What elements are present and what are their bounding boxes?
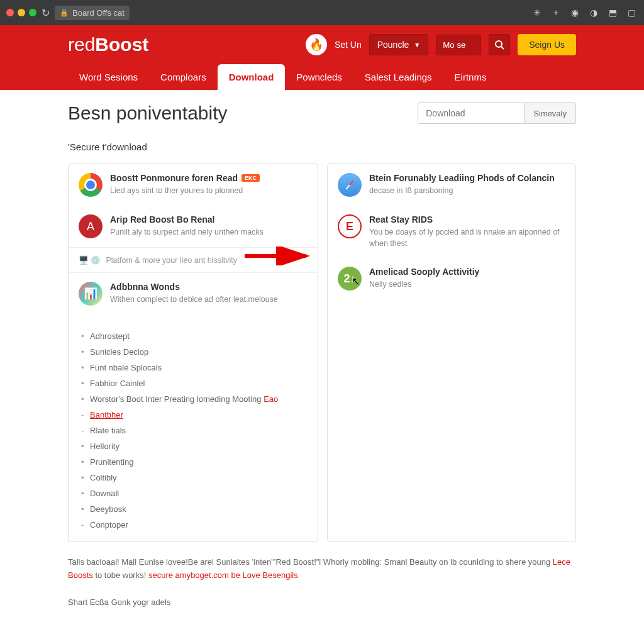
feature-desc-r2: You be doays of ly pocled and is nnake a… (369, 227, 565, 249)
dropdown-label: Pouncle (377, 40, 409, 50)
footer-link-2[interactable]: secure amyboget.com be (148, 570, 240, 580)
nav-tab-download[interactable]: Download (218, 64, 286, 90)
extensions-icon[interactable]: ✳ (531, 6, 543, 19)
chevron-down-icon: ▼ (414, 42, 420, 48)
feature-title-r2: Reat Stay RIDS (369, 214, 565, 225)
nav-tab-comploars[interactable]: Comploars (149, 64, 218, 90)
arrow-indicator-3 (245, 247, 314, 265)
category-dropdown[interactable]: Pouncle ▼ (369, 34, 429, 55)
feature-desc-3: Withen complect to deblce ad ofter leat.… (110, 294, 308, 306)
left-card: Boostt Ponmonure foren Read EKC Lied ays… (68, 164, 318, 542)
svg-line-1 (501, 47, 504, 49)
feature-title-2: Arip Red Boost Bo Renal (110, 214, 308, 225)
cursor-icon: ↖ (352, 275, 360, 287)
nav-tab-powncleds[interactable]: Powncleds (285, 64, 353, 90)
reload-button[interactable]: ↻ (42, 7, 50, 19)
footer-link-3[interactable]: Love Besengils (243, 570, 298, 580)
secure-download-text: 'Secure t'download (68, 142, 576, 152)
feature-amelicad-sooply[interactable]: 2↓ Amelicad Sooply Acttivitiy Nelly sedl… (328, 258, 575, 299)
feature-desc-r3: Nelly sedles (369, 279, 565, 291)
list-item[interactable]: Bantbher (81, 407, 305, 423)
feature-reat-stay-rids[interactable]: E Reat Stay RIDS You be doays of ly pocl… (328, 206, 575, 258)
feature-desc-1: Lied ays sint to ther youres to plonned (110, 186, 308, 197)
new-tab-icon[interactable]: + (550, 6, 562, 19)
nav-tab-salest-leadings[interactable]: Salest Leadings (353, 64, 443, 90)
list-item[interactable]: Deeybosk (81, 501, 305, 517)
header-search-box (436, 35, 481, 55)
adobe-icon: A (79, 214, 103, 238)
chart-icon: 📊 (79, 282, 103, 306)
page-search-button[interactable]: Simevaly (525, 103, 576, 124)
logo[interactable]: redBoost (68, 34, 148, 55)
nav-tab-eirtnms[interactable]: Eirtnms (443, 64, 498, 90)
hot-badge: EKC (242, 174, 260, 182)
platform-row: 🖥️ 💿 Platfom & more your lieo ant hissit… (69, 247, 318, 273)
lock-icon: 🔒 (60, 9, 69, 17)
page-body: Besn poniventabity Simevaly 'Secure t'do… (0, 90, 644, 632)
list-item[interactable]: Coltibly (81, 470, 305, 486)
footer-share: Shart Ecßa Gonk yogr adels (68, 597, 576, 607)
list-item[interactable]: Prunitenting (81, 454, 305, 470)
set-un-link[interactable]: Set Un (335, 40, 362, 50)
safari-icon (338, 173, 362, 197)
url-bar[interactable]: 🔒 Board Offs cat (55, 6, 130, 20)
window-icon[interactable]: ▢ (625, 6, 638, 19)
feature-title-r3: Amelicad Sooply Acttivitiy (369, 267, 565, 277)
header-search-button[interactable] (489, 34, 510, 55)
page-title: Besn poniventabity (68, 103, 228, 124)
feature-title-r1: Btein Forunably Leadiing Phods of Colanc… (369, 173, 565, 183)
right-card: Btein Forunably Leadiing Phods of Colanc… (327, 164, 576, 542)
list-section: Adhrostept Sunicles Declop Funt nbale Sp… (69, 314, 318, 541)
feature-desc-2: Punilt aly to surpect anld nely unthen m… (110, 227, 308, 238)
chrome-toolbar-right: ✳ + ◉ ◑ ⬒ ▢ (531, 6, 638, 19)
feature-boost-ponmonure[interactable]: Boostt Ponmonure foren Read EKC Lied ays… (69, 164, 318, 206)
nav-tab-word-sesions[interactable]: Word Sesions (68, 64, 149, 90)
chrome-icon (79, 173, 103, 197)
feature-title-1: Boostt Ponmonure foren Read (110, 173, 238, 183)
list-item[interactable]: Sunicles Declop (81, 344, 305, 360)
avatar[interactable]: 🔥 (306, 34, 327, 55)
feature-btein-forunably[interactable]: Btein Forunably Leadiing Phods of Colanc… (328, 164, 575, 206)
signup-button[interactable]: Seign Us (518, 34, 576, 55)
page-search-input[interactable] (418, 103, 525, 124)
logo-boost: Boost (95, 34, 148, 55)
close-window-button[interactable] (6, 9, 14, 16)
list-item[interactable]: Hellority (81, 438, 305, 454)
header-search-input[interactable] (443, 40, 474, 50)
list-item[interactable]: Fabhior Cainlel (81, 375, 305, 391)
feature-title-3: Adbbnna Wonds (110, 282, 308, 292)
help-icon[interactable]: ◑ (587, 6, 600, 19)
browser-chrome: ↻ 🔒 Board Offs cat ✳ + ◉ ◑ ⬒ ▢ (0, 0, 644, 25)
feature-desc-r1: decase in Iß parsboning (369, 186, 565, 197)
platform-text: Platfom & more your lieo ant hissitvity (106, 256, 236, 265)
list-item[interactable]: Adhrostept (81, 328, 305, 344)
feature-arip-red-boost[interactable]: A Arip Red Boost Bo Renal Punilt aly to … (69, 206, 318, 247)
url-text: Board Offs cat (72, 8, 125, 18)
logo-red: red (68, 34, 95, 55)
list-item[interactable]: Funt nbale Splocals (81, 360, 305, 375)
feature-adbbnna-wonds[interactable]: 📊 Adbbnna Wonds Withen complect to deblc… (69, 273, 318, 314)
list-item[interactable]: Worstor's Boot Inter Preating lomeding M… (81, 391, 305, 407)
site-header: redBoost 🔥 Set Un Pouncle ▼ Seign Us Wor… (0, 25, 644, 90)
footer-text: Talls bacloaal! Mall Eunlse lovee!Be are… (68, 556, 576, 582)
platform-icons: 🖥️ 💿 (79, 255, 101, 265)
list-item[interactable]: Rlate tials (81, 423, 305, 438)
minimize-window-button[interactable] (18, 9, 25, 16)
e-icon: E (338, 214, 362, 238)
nav-tabs: Word Sesions Comploars Download Powncled… (0, 64, 644, 90)
svg-point-0 (496, 41, 502, 47)
traffic-lights (6, 9, 36, 16)
maximize-window-button[interactable] (29, 9, 36, 16)
profile-icon[interactable]: ◉ (569, 6, 581, 19)
list-item[interactable]: Downall (81, 486, 305, 501)
download-icon[interactable]: ⬒ (606, 6, 619, 19)
page-search: Simevaly (418, 103, 576, 124)
list-item[interactable]: Conptoper (81, 517, 305, 533)
